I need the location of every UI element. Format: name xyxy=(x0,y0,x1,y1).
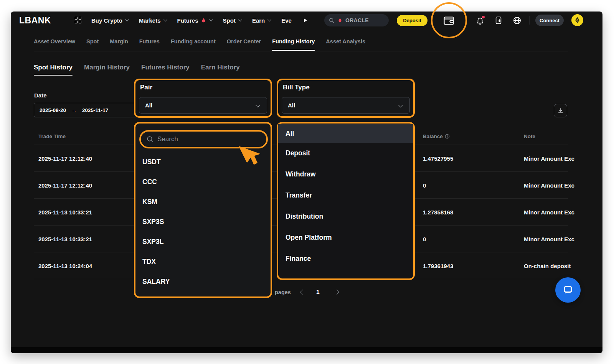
top-navbar: LBANK Buy Crypto Markets Futures Spot Ea… xyxy=(11,12,602,29)
avatar-logo-icon xyxy=(574,17,580,23)
chevron-down-icon xyxy=(268,18,272,21)
column-balance: Balance xyxy=(423,133,450,139)
support-chat-button[interactable] xyxy=(555,277,581,303)
app-download-button[interactable] xyxy=(492,14,505,27)
chevron-down-icon xyxy=(398,103,403,107)
language-button[interactable] xyxy=(510,14,523,27)
connect-wallet-button[interactable]: Connect xyxy=(535,15,564,26)
pair-option-sxp3s[interactable]: SXP3S xyxy=(135,212,271,232)
date-to-value[interactable]: 2025-11-17 xyxy=(82,107,108,113)
tab-earn-history[interactable]: Earn History xyxy=(201,64,240,71)
globe-icon xyxy=(513,16,522,25)
cursor-pointer-icon xyxy=(235,137,266,168)
apps-grid-icon[interactable] xyxy=(75,17,82,24)
trade-time-cell: 2025-11-13 10:24:04 xyxy=(38,252,92,279)
bill-type-select[interactable]: All xyxy=(282,97,410,114)
subnav-margin[interactable]: Margin xyxy=(110,38,128,44)
subnav-spot[interactable]: Spot xyxy=(86,38,99,44)
pair-option-salary[interactable]: SALARY xyxy=(135,272,271,292)
subnav-futures[interactable]: Futures xyxy=(139,38,160,44)
nav-markets[interactable]: Markets xyxy=(139,17,167,24)
balance-cell: 1.79361943 xyxy=(423,252,453,279)
info-icon[interactable] xyxy=(445,134,450,139)
pagination: pages 1 xyxy=(11,287,602,298)
bill-type-options: All Deposit Withdraw Transfer Distributi… xyxy=(278,124,413,269)
export-button[interactable] xyxy=(554,104,567,117)
column-note: Note xyxy=(524,133,535,139)
date-range-picker[interactable]: 2025-08-20 → 2025-11-17 xyxy=(34,103,146,117)
pair-selected-value: All xyxy=(145,102,152,109)
bill-option-transfer[interactable]: Transfer xyxy=(278,185,413,206)
subnav-funding-account[interactable]: Funding account xyxy=(171,38,216,44)
tab-margin-history[interactable]: Margin History xyxy=(84,64,130,71)
bill-option-finance[interactable]: Finance xyxy=(278,248,413,269)
pair-option-tdx[interactable]: TDX xyxy=(135,252,271,272)
lbank-logo: LBANK xyxy=(19,15,51,26)
pair-option-sxp3l[interactable]: SXP3L xyxy=(135,232,271,252)
wallet-highlight-circle xyxy=(431,2,467,38)
bill-option-withdraw[interactable]: Withdraw xyxy=(278,164,413,185)
balance-cell: 0 xyxy=(423,172,426,199)
pair-search-input[interactable] xyxy=(157,135,242,143)
subnav-asset-overview[interactable]: Asset Overview xyxy=(34,38,75,44)
subnav-funding-history[interactable]: Funding History xyxy=(272,38,315,44)
note-cell: Minor Amount Exc xyxy=(524,145,577,172)
pair-filter-highlight: Pair All xyxy=(134,79,272,118)
pair-select[interactable]: All xyxy=(139,97,267,114)
bill-type-selected-value: All xyxy=(288,102,295,109)
chevron-down-icon xyxy=(125,18,129,21)
fire-icon xyxy=(201,18,206,23)
bill-option-distribution[interactable]: Distribution xyxy=(278,206,413,227)
trade-time-cell: 2025-11-17 12:12:40 xyxy=(38,145,92,172)
note-cell: Minor Amount Exc xyxy=(524,226,577,252)
search-icon xyxy=(147,136,154,143)
note-cell: Minor Amount Exc xyxy=(524,172,577,199)
chevron-down-icon xyxy=(209,18,213,21)
nav-earn[interactable]: Earn xyxy=(252,17,271,24)
window-footer xyxy=(11,347,602,353)
nav-scroll-right-icon[interactable] xyxy=(304,18,307,22)
trending-fire-icon xyxy=(337,18,343,23)
nav-buy-crypto[interactable]: Buy Crypto xyxy=(91,17,128,24)
main-nav: Buy Crypto Markets Futures Spot Earn Eve xyxy=(91,12,307,29)
balance-cell: 0 xyxy=(423,226,426,252)
bill-option-open-platform[interactable]: Open Platform xyxy=(278,227,413,248)
prev-page-button[interactable] xyxy=(300,290,305,295)
bill-option-deposit[interactable]: Deposit xyxy=(278,143,413,164)
global-search-input[interactable]: ORACLE xyxy=(324,14,389,26)
date-filter-label: Date xyxy=(34,92,47,99)
balance-cell: 1.27858168 xyxy=(423,199,453,226)
subnav-order-center[interactable]: Order Center xyxy=(227,38,261,44)
arrow-right-icon: → xyxy=(71,107,77,113)
asset-subnav: Asset Overview Spot Margin Futures Fundi… xyxy=(34,35,365,48)
download-icon xyxy=(557,107,564,114)
user-avatar[interactable] xyxy=(571,14,583,26)
app-download-icon xyxy=(494,16,503,25)
pair-option-ksm[interactable]: KSM xyxy=(135,192,271,212)
date-from-value[interactable]: 2025-08-20 xyxy=(40,107,66,113)
nav-spot[interactable]: Spot xyxy=(223,17,241,24)
chevron-down-icon xyxy=(163,18,167,21)
current-page[interactable]: 1 xyxy=(316,288,320,295)
subnav-asset-analysis[interactable]: Asset Analysis xyxy=(326,38,365,44)
notifications-button[interactable] xyxy=(474,14,487,27)
column-trade-time: Trade Time xyxy=(38,133,66,139)
notification-badge xyxy=(482,16,485,18)
chevron-down-icon xyxy=(256,103,260,107)
bill-option-all[interactable]: All xyxy=(278,124,413,143)
nav-events[interactable]: Eve xyxy=(281,17,292,24)
nav-futures[interactable]: Futures xyxy=(177,17,212,24)
trade-time-cell: 2025-11-17 12:12:40 xyxy=(38,172,92,199)
topbar-divider xyxy=(530,16,530,25)
pair-option-ccc[interactable]: CCC xyxy=(135,172,271,192)
pair-options: USDT CCC KSM SXP3S SXP3L TDX SALARY xyxy=(135,152,271,292)
bill-type-dropdown-menu: All Deposit Withdraw Transfer Distributi… xyxy=(277,122,415,280)
tab-futures-history[interactable]: Futures History xyxy=(141,64,190,71)
next-page-button[interactable] xyxy=(334,290,339,295)
note-cell: On-chain deposit xyxy=(524,252,577,279)
tab-spot-history[interactable]: Spot History xyxy=(34,64,73,71)
bill-type-label: Bill Type xyxy=(283,84,310,91)
trade-time-cell: 2025-11-13 10:33:21 xyxy=(38,199,92,226)
deposit-button[interactable]: Deposit xyxy=(397,15,427,26)
pages-label: pages xyxy=(275,289,291,295)
